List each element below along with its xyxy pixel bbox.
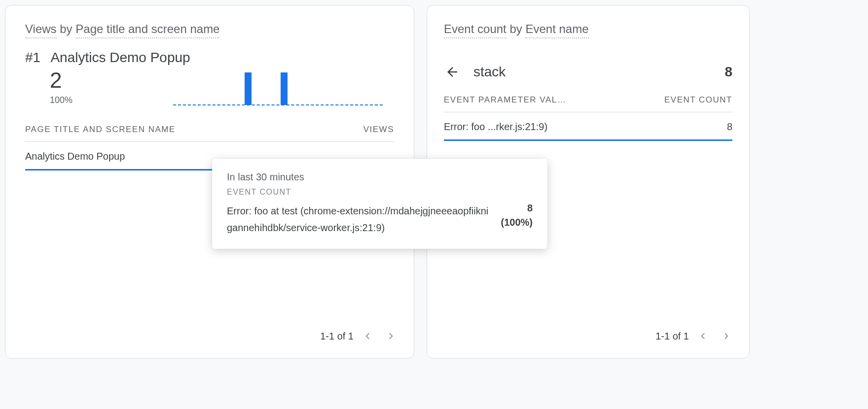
chevron-right-icon xyxy=(721,331,731,341)
views-card-title: Views by Page title and screen name xyxy=(25,22,394,36)
views-pager: 1-1 of 1 xyxy=(320,328,399,344)
events-row-value: 8 xyxy=(727,121,732,133)
views-rank-line: #1 Analytics Demo Popup xyxy=(25,50,394,66)
views-sparkline xyxy=(173,68,383,106)
back-button[interactable] xyxy=(444,64,461,80)
tooltip-value: 8 xyxy=(501,203,533,214)
chevron-left-icon xyxy=(698,331,708,341)
views-top-summary: #1 Analytics Demo Popup 2 100% xyxy=(25,50,394,106)
event-detail-header: stack 8 xyxy=(444,50,732,89)
views-row-label: Analytics Demo Popup xyxy=(25,151,125,162)
events-pager-label: 1-1 of 1 xyxy=(655,331,689,342)
events-table-header: EVENT PARAMETER VAL… EVENT COUNT xyxy=(444,89,732,112)
views-total: 2 xyxy=(50,68,173,92)
prev-page-button[interactable] xyxy=(360,328,376,344)
events-col-metric: EVENT COUNT xyxy=(664,95,732,105)
tooltip-text: Error: foo at test (chrome-extension://m… xyxy=(227,203,491,236)
events-metric-link[interactable]: Event count xyxy=(444,22,506,38)
views-dimension-link[interactable]: Page title and screen name xyxy=(75,22,219,38)
views-col-metric: VIEWS xyxy=(363,125,394,135)
events-col-dimension: EVENT PARAMETER VAL… xyxy=(444,95,566,105)
views-pager-label: 1-1 of 1 xyxy=(320,331,354,342)
sparkline-baseline xyxy=(173,104,383,105)
views-title-joiner: by xyxy=(57,22,76,35)
views-table-header: PAGE TITLE AND SCREEN NAME VIEWS xyxy=(25,110,394,142)
next-page-button[interactable] xyxy=(382,328,399,344)
events-title-joiner: by xyxy=(506,22,526,35)
prev-page-button[interactable] xyxy=(695,328,712,344)
tooltip-percent: (100%) xyxy=(501,217,533,228)
event-detail-name: stack xyxy=(473,64,506,80)
events-row-label: Error: foo ...rker.js:21:9) xyxy=(444,121,547,133)
views-metric-link[interactable]: Views xyxy=(25,22,57,38)
events-pager: 1-1 of 1 xyxy=(655,328,734,344)
events-dimension-link[interactable]: Event name xyxy=(525,22,588,38)
views-col-dimension: PAGE TITLE AND SCREEN NAME xyxy=(25,125,176,135)
events-card-title: Event count by Event name xyxy=(444,22,732,36)
tooltip-timeframe: In last 30 minutes xyxy=(227,171,533,183)
next-page-button[interactable] xyxy=(718,328,734,344)
chevron-left-icon xyxy=(363,331,373,341)
event-tooltip: In last 30 minutes EVENT COUNT Error: fo… xyxy=(212,159,547,249)
table-row[interactable]: Error: foo ...rker.js:21:9) 8 xyxy=(444,112,732,141)
arrow-left-icon xyxy=(445,65,460,79)
sparkline-bar xyxy=(281,72,288,105)
tooltip-metric-label: EVENT COUNT xyxy=(227,188,533,197)
event-detail-count: 8 xyxy=(724,64,732,80)
views-rank-label: Analytics Demo Popup xyxy=(50,50,190,65)
sparkline-bar xyxy=(245,72,252,105)
views-percent: 100% xyxy=(50,95,173,105)
chevron-right-icon xyxy=(386,331,396,341)
views-rank: #1 xyxy=(25,50,40,65)
